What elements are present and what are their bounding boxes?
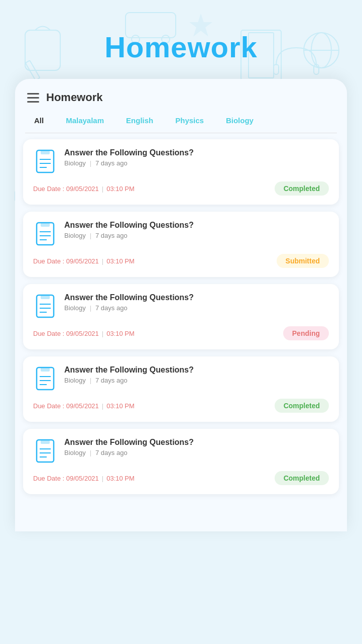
card-header: Homework bbox=[15, 79, 347, 104]
status-badge-4: Completed bbox=[275, 399, 329, 413]
homework-list: Answer the Following Questions? Biology … bbox=[15, 139, 347, 501]
hw-title-1: Answer the Following Questions? bbox=[64, 148, 194, 157]
hw-icon-5 bbox=[33, 438, 57, 464]
hw-title-3: Answer the Following Questions? bbox=[64, 293, 194, 302]
hw-subject-2: Biology bbox=[64, 232, 86, 239]
hw-time-1: 7 days ago bbox=[95, 159, 128, 167]
svg-rect-47 bbox=[41, 295, 50, 299]
hw-card-2-top: Answer the Following Questions? Biology … bbox=[33, 221, 329, 247]
svg-rect-57 bbox=[41, 440, 50, 444]
hw-due-4: Due Date : 09/05/2021|03:10 PM bbox=[33, 402, 135, 410]
hw-card-4-top: Answer the Following Questions? Biology … bbox=[33, 365, 329, 392]
hw-card-1-top: Answer the Following Questions? Biology … bbox=[33, 148, 329, 174]
hw-due-5: Due Date : 09/05/2021|03:10 PM bbox=[33, 475, 135, 482]
homework-card-3[interactable]: Answer the Following Questions? Biology … bbox=[23, 284, 339, 349]
page-title-section: Homework bbox=[0, 0, 362, 79]
hw-due-3: Due Date : 09/05/2021|03:10 PM bbox=[33, 330, 135, 337]
hw-due-1: Due Date : 09/05/2021|03:10 PM bbox=[33, 185, 135, 193]
hw-title-2: Answer the Following Questions? bbox=[64, 221, 194, 230]
hw-info-2: Answer the Following Questions? Biology … bbox=[64, 221, 194, 239]
hw-meta-5: Biology | 7 days ago bbox=[64, 449, 194, 456]
hw-info-4: Answer the Following Questions? Biology … bbox=[64, 365, 194, 384]
svg-rect-52 bbox=[41, 367, 50, 372]
hamburger-menu-button[interactable] bbox=[27, 93, 39, 103]
homework-card-4[interactable]: Answer the Following Questions? Biology … bbox=[23, 356, 339, 422]
hw-meta-2: Biology | 7 days ago bbox=[64, 232, 194, 239]
hw-card-1-bottom: Due Date : 09/05/2021|03:10 PM Completed bbox=[33, 181, 329, 196]
hw-card-3-bottom: Due Date : 09/05/2021|03:10 PM Pending bbox=[33, 326, 329, 340]
hw-subject-5: Biology bbox=[64, 449, 86, 456]
tab-biology[interactable]: Biology bbox=[217, 112, 263, 129]
hw-icon-1 bbox=[33, 148, 57, 174]
hw-title-4: Answer the Following Questions? bbox=[64, 365, 194, 375]
hw-card-2-bottom: Due Date : 09/05/2021|03:10 PM Submitted bbox=[33, 254, 329, 268]
hw-icon-3 bbox=[33, 293, 57, 319]
hw-icon-2 bbox=[33, 221, 57, 247]
hw-time-3: 7 days ago bbox=[95, 304, 128, 312]
hw-card-3-top: Answer the Following Questions? Biology … bbox=[33, 293, 329, 319]
tab-all[interactable]: All bbox=[25, 112, 53, 129]
hw-info-5: Answer the Following Questions? Biology … bbox=[64, 438, 194, 456]
homework-card-1[interactable]: Answer the Following Questions? Biology … bbox=[23, 139, 339, 205]
hw-meta-1: Biology | 7 days ago bbox=[64, 159, 194, 167]
tab-malayalam[interactable]: Malayalam bbox=[57, 112, 113, 129]
tab-english[interactable]: English bbox=[117, 112, 162, 129]
status-badge-1: Completed bbox=[275, 181, 329, 196]
svg-rect-42 bbox=[41, 223, 50, 227]
hw-card-5-bottom: Due Date : 09/05/2021|03:10 PM Completed bbox=[33, 471, 329, 485]
hw-subject-3: Biology bbox=[64, 304, 86, 312]
hw-card-5-top: Answer the Following Questions? Biology … bbox=[33, 438, 329, 464]
homework-card-2[interactable]: Answer the Following Questions? Biology … bbox=[23, 212, 339, 277]
hw-subject-1: Biology bbox=[64, 159, 86, 167]
hw-time-4: 7 days ago bbox=[95, 377, 128, 384]
hw-icon-4 bbox=[33, 365, 57, 392]
hw-subject-4: Biology bbox=[64, 377, 86, 384]
hw-title-5: Answer the Following Questions? bbox=[64, 438, 194, 447]
homework-card-5[interactable]: Answer the Following Questions? Biology … bbox=[23, 429, 339, 494]
hw-card-4-bottom: Due Date : 09/05/2021|03:10 PM Completed bbox=[33, 399, 329, 413]
tab-divider bbox=[25, 133, 337, 133]
hw-time-2: 7 days ago bbox=[95, 232, 128, 239]
hw-meta-4: Biology | 7 days ago bbox=[64, 377, 194, 384]
main-card: Homework All Malayalam English Physics B… bbox=[15, 79, 347, 531]
svg-rect-37 bbox=[41, 150, 50, 154]
hw-info-1: Answer the Following Questions? Biology … bbox=[64, 148, 194, 167]
hw-info-3: Answer the Following Questions? Biology … bbox=[64, 293, 194, 312]
tab-physics[interactable]: Physics bbox=[166, 112, 213, 129]
page-title: Homework bbox=[10, 30, 352, 64]
hw-meta-3: Biology | 7 days ago bbox=[64, 304, 194, 312]
hw-due-2: Due Date : 09/05/2021|03:10 PM bbox=[33, 257, 135, 265]
status-badge-5: Completed bbox=[275, 471, 329, 485]
header-title: Homework bbox=[46, 91, 102, 104]
status-badge-3: Pending bbox=[283, 326, 329, 340]
hw-time-5: 7 days ago bbox=[95, 449, 128, 456]
status-badge-2: Submitted bbox=[277, 254, 329, 268]
tabs-row: All Malayalam English Physics Biology bbox=[15, 104, 347, 129]
